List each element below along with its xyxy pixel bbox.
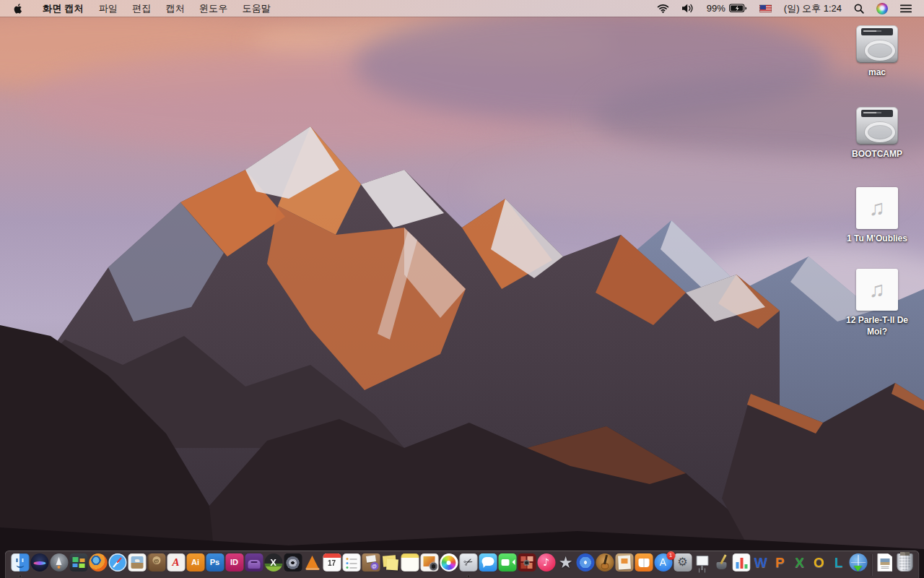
- running-indicator: [467, 575, 469, 577]
- running-indicator: [19, 575, 21, 577]
- dock-calendar-icon[interactable]: 17: [323, 553, 341, 578]
- battery-status[interactable]: 99%: [703, 0, 751, 17]
- dock-outlook-icon[interactable]: [810, 553, 829, 578]
- dock-keynote-icon[interactable]: [693, 553, 712, 578]
- dock-vlc-icon[interactable]: [303, 553, 322, 578]
- desktop-icon-label: BOOTCAMP: [852, 148, 902, 160]
- dock-preview-icon[interactable]: [128, 553, 147, 578]
- dock-divider: [871, 554, 872, 576]
- dock-toast-icon[interactable]: [245, 553, 263, 578]
- dock-idvd-icon[interactable]: [576, 553, 595, 578]
- dock-numbers-icon[interactable]: [732, 553, 751, 578]
- audio-icon: [856, 187, 898, 229]
- dock-stickies-icon[interactable]: [381, 553, 400, 578]
- dock-pages-icon[interactable]: [712, 553, 731, 578]
- wifi-icon[interactable]: [653, 0, 673, 17]
- battery-percent: 99%: [707, 3, 725, 14]
- dock-messages-icon[interactable]: [479, 553, 497, 578]
- dock-illustrator-icon[interactable]: [186, 553, 205, 578]
- dock-ibooks-icon[interactable]: [635, 553, 653, 578]
- menu-bar-status: 99% (일) 오후 1:24: [653, 0, 924, 17]
- menu-edit[interactable]: 편집: [125, 0, 158, 17]
- drive-icon: [856, 107, 898, 144]
- dock-grab-icon[interactable]: [459, 553, 478, 578]
- spotlight-search-icon[interactable]: [850, 0, 868, 17]
- dock-acrobat-reader-icon[interactable]: [167, 553, 186, 578]
- dock-contacts-icon[interactable]: [147, 553, 166, 578]
- menu-window[interactable]: 윈도우: [192, 0, 235, 17]
- dock-word-icon[interactable]: [751, 553, 770, 578]
- volume-icon[interactable]: [678, 0, 698, 17]
- dock-photo-booth-icon[interactable]: [518, 553, 536, 578]
- app-store-badge: 1: [666, 551, 675, 560]
- dock-photoshop-icon[interactable]: [206, 553, 225, 578]
- desktop-icon-label: 12 Parle-T-Il De Moi?: [839, 314, 915, 337]
- dock-powerpoint-icon[interactable]: [771, 553, 790, 578]
- app-menus: 화면 캡처파일편집캡처윈도우도움말: [35, 0, 278, 17]
- menu-bar-clock[interactable]: (일) 오후 1:24: [780, 0, 845, 17]
- dock-mission-control-icon[interactable]: [69, 553, 88, 578]
- desktop: macBOOTCAMP1 Tu M'Oublies12 Parle-T-Il D…: [0, 17, 924, 578]
- dock-finder-icon[interactable]: [11, 553, 30, 578]
- apple-menu[interactable]: [0, 0, 35, 17]
- dock-safari-icon[interactable]: [108, 553, 127, 578]
- dock-firefox-icon[interactable]: [89, 553, 108, 578]
- dock-mail-archiver-icon[interactable]: [362, 553, 380, 578]
- desktop-icon-audio-1-tu-moublies[interactable]: 1 Tu M'Oublies: [839, 187, 915, 244]
- desktop-icon-mac-drive[interactable]: mac: [839, 25, 915, 78]
- dock-reminders-icon[interactable]: [342, 553, 361, 578]
- menu-file[interactable]: 파일: [92, 0, 125, 17]
- battery-charging-icon: [729, 4, 747, 13]
- desktop-icon-label: mac: [868, 66, 886, 78]
- dock-notes-icon[interactable]: [401, 553, 419, 578]
- us-flag-icon: [759, 4, 772, 12]
- dock-indesign-icon[interactable]: [225, 553, 244, 578]
- menu-help[interactable]: 도움말: [235, 0, 278, 17]
- apple-logo-icon: [13, 3, 23, 14]
- dock-garageband-icon[interactable]: [596, 553, 614, 578]
- dock-downloads-globe-icon[interactable]: [849, 553, 868, 578]
- dock-facetime-icon[interactable]: [498, 553, 517, 578]
- calendar-glyph: 17: [323, 560, 341, 567]
- dock-iphoto-icon[interactable]: [420, 553, 439, 578]
- dock-siri-icon[interactable]: [30, 553, 49, 578]
- notification-center-icon[interactable]: [897, 0, 915, 17]
- dock-system-preferences-icon[interactable]: [674, 553, 692, 578]
- dock-photos-icon[interactable]: [440, 553, 458, 578]
- desktop-icon-label: 1 Tu M'Oublies: [847, 233, 907, 244]
- dock-trash-icon[interactable]: [895, 553, 914, 578]
- menu-app-name[interactable]: 화면 캡처: [35, 0, 92, 17]
- dock-excel-icon[interactable]: [790, 553, 809, 578]
- menu-bar-left: 화면 캡처파일편집캡처윈도우도움말: [0, 0, 278, 17]
- dock-lync-icon[interactable]: [829, 553, 848, 578]
- menu-capture[interactable]: 캡처: [158, 0, 191, 17]
- dock-itunes-icon[interactable]: [537, 553, 556, 578]
- dock-dvd-player-icon[interactable]: [284, 553, 302, 578]
- dock-launchpad-icon[interactable]: [50, 553, 69, 578]
- desktop-icon-bootcamp-drive[interactable]: BOOTCAMP: [839, 107, 915, 160]
- dock-document-file-icon[interactable]: [876, 553, 894, 578]
- siri-icon[interactable]: [873, 0, 892, 17]
- desktop-icon-audio-12-parle-t-il-de-moi[interactable]: 12 Parle-T-Il De Moi?: [839, 269, 915, 337]
- audio-icon: [856, 269, 898, 311]
- dock-app-store-icon[interactable]: 1: [654, 553, 673, 578]
- dock-xld-icon[interactable]: [264, 553, 283, 578]
- input-source-flag[interactable]: [756, 0, 775, 17]
- drive-icon: [856, 25, 898, 63]
- dock: 171: [5, 551, 920, 578]
- dock-imovie-icon[interactable]: [557, 553, 575, 578]
- dock-iweb-icon[interactable]: [615, 553, 634, 578]
- menu-bar: 화면 캡처파일편집캡처윈도우도움말 99%: [0, 0, 924, 17]
